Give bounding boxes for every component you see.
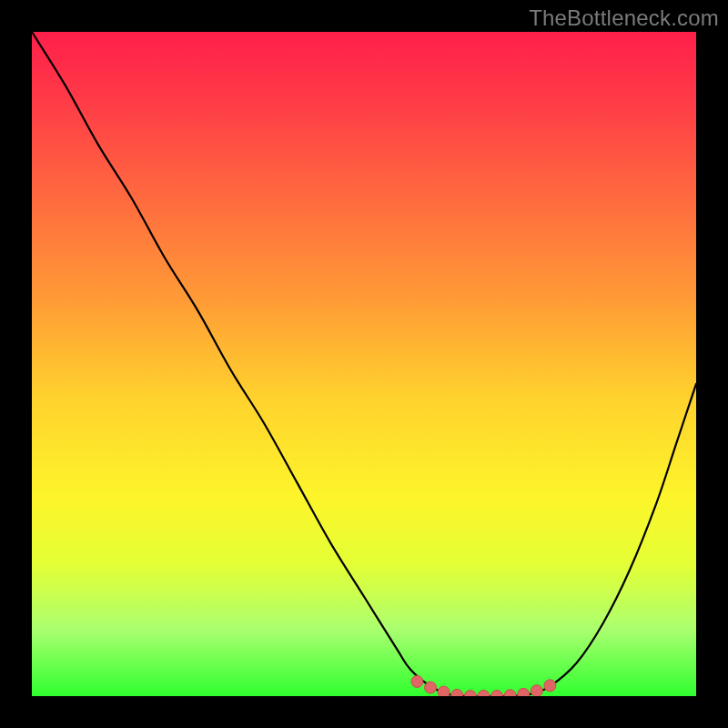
optimal-marker <box>531 685 542 696</box>
optimal-marker <box>478 691 490 697</box>
curve-layer <box>32 32 696 696</box>
optimal-marker <box>451 689 463 696</box>
optimal-marker <box>518 688 530 696</box>
optimal-marker <box>438 686 450 696</box>
optimal-marker <box>425 682 437 693</box>
optimal-marker <box>411 675 423 687</box>
bottleneck-curve <box>32 32 696 696</box>
optimal-range-markers <box>411 675 556 696</box>
optimal-marker <box>464 691 476 697</box>
plot-area <box>32 32 696 696</box>
optimal-marker <box>544 680 556 692</box>
watermark-text: TheBottleneck.com <box>529 5 719 31</box>
chart-frame: TheBottleneck.com <box>0 0 728 728</box>
optimal-marker <box>504 690 516 696</box>
optimal-marker <box>491 691 503 697</box>
